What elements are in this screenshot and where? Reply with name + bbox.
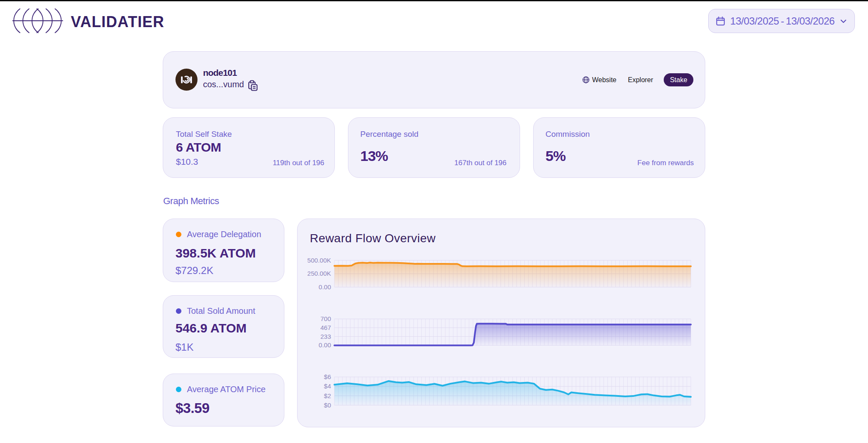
svg-text:0.00: 0.00 bbox=[318, 283, 331, 291]
svg-text:467: 467 bbox=[320, 324, 331, 331]
svg-text:233: 233 bbox=[320, 332, 331, 340]
svg-text:0.00: 0.00 bbox=[318, 341, 331, 349]
svg-text:700: 700 bbox=[320, 315, 331, 322]
svg-text:$2: $2 bbox=[324, 392, 331, 399]
svg-text:500.00K: 500.00K bbox=[307, 256, 331, 263]
svg-text:250.00K: 250.00K bbox=[307, 270, 331, 277]
svg-text:$6: $6 bbox=[324, 373, 331, 380]
svg-text:$4: $4 bbox=[324, 382, 331, 390]
svg-text:$0: $0 bbox=[324, 401, 331, 408]
